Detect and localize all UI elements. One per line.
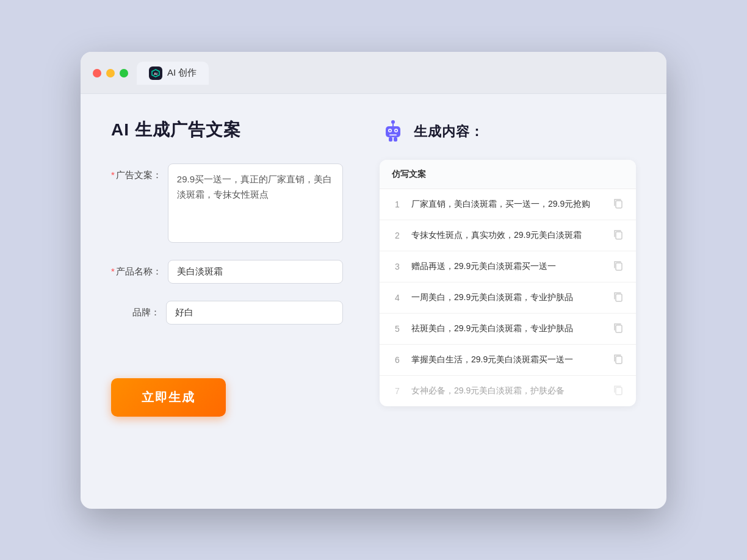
table-row[interactable]: 7女神必备，29.9元美白淡斑霜，护肤必备 (380, 376, 636, 406)
label-ad-copy: *广告文案： (111, 163, 162, 181)
row-number: 5 (392, 324, 403, 334)
svg-rect-9 (389, 134, 397, 136)
results-table: 仿写文案 1厂家直销，美白淡斑霜，买一送一，29.9元抢购 2专抹女性斑点，真实… (380, 160, 636, 406)
tab-icon: AI (149, 66, 162, 80)
form-group-brand: 品牌： 好白 (111, 301, 343, 325)
svg-point-2 (391, 120, 395, 124)
row-text: 掌握美白生活，29.9元美白淡斑霜买一送一 (411, 353, 604, 366)
svg-rect-14 (616, 263, 622, 270)
row-text: 女神必备，29.9元美白淡斑霜，护肤必备 (411, 384, 604, 397)
tab-label: AI 创作 (167, 67, 197, 79)
svg-rect-10 (389, 137, 392, 142)
row-number: 6 (392, 355, 403, 365)
ad-copy-textarea[interactable]: 29.9买一送一，真正的厂家直销，美白淡斑霜，专抹女性斑点 (168, 163, 343, 243)
browser-content: AI 生成广告文案 *广告文案： 29.9买一送一，真正的厂家直销，美白淡斑霜，… (81, 94, 666, 509)
page-title: AI 生成广告文案 (111, 118, 343, 142)
svg-rect-15 (616, 294, 622, 301)
table-header: 仿写文案 (380, 160, 636, 189)
svg-rect-17 (616, 356, 622, 364)
label-product-name: *产品名称： (111, 260, 162, 278)
robot-icon (380, 118, 406, 145)
row-text: 一周美白，29.9元美白淡斑霜，专业护肤品 (411, 291, 604, 304)
table-row[interactable]: 5祛斑美白，29.9元美白淡斑霜，专业护肤品 (380, 314, 636, 345)
table-row[interactable]: 2专抹女性斑点，真实功效，29.9元美白淡斑霜 (380, 220, 636, 251)
row-text: 专抹女性斑点，真实功效，29.9元美白淡斑霜 (411, 229, 604, 242)
titlebar: AI AI 创作 (81, 52, 666, 94)
table-header-text: 仿写文案 (392, 169, 426, 179)
svg-rect-11 (394, 137, 397, 142)
required-mark-product: * (111, 266, 115, 276)
copy-icon[interactable] (613, 384, 624, 398)
product-name-input[interactable]: 美白淡斑霜 (168, 260, 343, 284)
form-group-product-name: *产品名称： 美白淡斑霜 (111, 260, 343, 284)
row-number: 2 (392, 231, 403, 240)
label-brand: 品牌： (111, 301, 160, 318)
row-text: 赠品再送，29.9元美白淡斑霜买一送一 (411, 260, 604, 273)
copy-icon[interactable] (613, 260, 624, 273)
copy-icon[interactable] (613, 322, 624, 336)
row-number: 4 (392, 293, 403, 303)
svg-point-8 (395, 129, 397, 131)
row-number: 3 (392, 262, 403, 271)
result-header: 生成内容： (380, 118, 636, 145)
close-button[interactable] (93, 69, 101, 77)
svg-rect-18 (616, 387, 622, 395)
required-mark-ad: * (111, 170, 115, 180)
table-row[interactable]: 3赠品再送，29.9元美白淡斑霜买一送一 (380, 251, 636, 282)
form-group-ad-copy: *广告文案： 29.9买一送一，真正的厂家直销，美白淡斑霜，专抹女性斑点 (111, 163, 343, 243)
copy-icon[interactable] (613, 229, 624, 242)
row-text: 祛斑美白，29.9元美白淡斑霜，专业护肤品 (411, 322, 604, 335)
active-tab[interactable]: AI AI 创作 (137, 62, 209, 85)
maximize-button[interactable] (120, 69, 128, 77)
traffic-lights (93, 69, 128, 77)
browser-window: AI AI 创作 AI 生成广告文案 *广告文案： 29.9买一送一，真正的厂家… (81, 52, 666, 509)
row-text: 厂家直销，美白淡斑霜，买一送一，29.9元抢购 (411, 198, 604, 210)
svg-text:AI: AI (154, 71, 157, 75)
right-panel: 生成内容： 仿写文案 1厂家直销，美白淡斑霜，买一送一，29.9元抢购 2专抹女… (380, 118, 636, 484)
generate-button[interactable]: 立即生成 (111, 378, 226, 417)
copy-icon[interactable] (613, 198, 624, 211)
copy-icon[interactable] (613, 291, 624, 304)
table-row[interactable]: 6掌握美白生活，29.9元美白淡斑霜买一送一 (380, 345, 636, 376)
copy-icon[interactable] (613, 353, 624, 367)
svg-rect-13 (616, 232, 622, 239)
row-number: 1 (392, 199, 403, 209)
svg-point-7 (389, 129, 391, 131)
result-title: 生成内容： (414, 123, 484, 141)
row-number: 7 (392, 386, 403, 396)
svg-rect-16 (616, 325, 622, 332)
left-panel: AI 生成广告文案 *广告文案： 29.9买一送一，真正的厂家直销，美白淡斑霜，… (111, 118, 343, 484)
table-row[interactable]: 4一周美白，29.9元美白淡斑霜，专业护肤品 (380, 282, 636, 314)
brand-input[interactable]: 好白 (166, 301, 343, 325)
table-row[interactable]: 1厂家直销，美白淡斑霜，买一送一，29.9元抢购 (380, 189, 636, 220)
svg-rect-12 (616, 201, 622, 208)
results-container: 1厂家直销，美白淡斑霜，买一送一，29.9元抢购 2专抹女性斑点，真实功效，29… (380, 189, 636, 406)
minimize-button[interactable] (106, 69, 115, 77)
